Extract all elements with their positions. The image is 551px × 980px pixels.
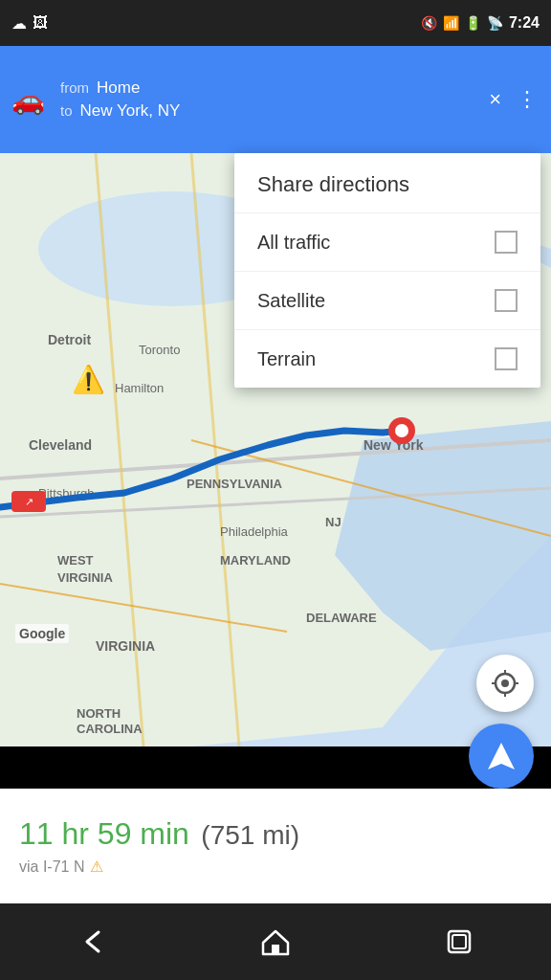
menu-title: Share directions: [234, 153, 540, 213]
all-traffic-label: All traffic: [257, 232, 330, 254]
svg-text:MARYLAND: MARYLAND: [220, 553, 291, 568]
to-label: to: [60, 102, 73, 119]
location-icon: [492, 670, 518, 697]
recents-icon: [445, 927, 474, 956]
terrain-item[interactable]: Terrain: [234, 330, 540, 388]
svg-marker-37: [488, 743, 515, 769]
svg-text:DELAWARE: DELAWARE: [306, 611, 377, 625]
satellite-item[interactable]: Satellite: [234, 272, 540, 330]
svg-text:Cleveland: Cleveland: [29, 437, 92, 453]
close-button[interactable]: ×: [489, 87, 501, 112]
status-bar: ☁ 🖼 🔇 📶 🔋 📡 7:24: [0, 0, 551, 46]
from-value: Home: [97, 78, 140, 98]
terrain-label: Terrain: [257, 348, 316, 370]
home-button[interactable]: [261, 927, 290, 956]
via-text: via I-71 N: [19, 858, 84, 876]
to-row: to New York, NY: [60, 101, 489, 121]
wifi-icon: 📶: [443, 15, 459, 31]
navigate-icon: [484, 739, 518, 773]
svg-text:CAROLINA: CAROLINA: [77, 722, 143, 736]
warning-icon: ⚠: [90, 858, 103, 876]
svg-text:New York: New York: [364, 437, 424, 453]
status-right-icons: 🔇 📶 🔋 📡 7:24: [421, 14, 540, 32]
dropdown-menu: Share directions All traffic Satellite T…: [234, 153, 540, 388]
svg-text:VIRGINIA: VIRGINIA: [57, 570, 113, 585]
svg-rect-39: [272, 945, 279, 954]
route-distance: (751 mi): [201, 820, 299, 850]
route-panel: 11 hr 59 min (751 mi) via I-71 N ⚠: [0, 789, 551, 903]
route-time: 11 hr 59 min: [19, 816, 189, 851]
from-row: from Home: [60, 78, 489, 98]
mute-icon: 🔇: [421, 15, 437, 31]
to-value: New York, NY: [80, 101, 181, 121]
image-icon: 🖼: [33, 14, 48, 32]
svg-text:VIRGINIA: VIRGINIA: [96, 638, 155, 654]
status-left-icons: ☁ 🖼: [11, 14, 48, 33]
svg-point-32: [501, 679, 509, 687]
all-traffic-checkbox[interactable]: [495, 231, 518, 254]
terrain-checkbox[interactable]: [495, 347, 518, 370]
google-logo: Google: [15, 624, 69, 643]
svg-text:Toronto: Toronto: [139, 343, 180, 357]
from-label: from: [60, 79, 89, 96]
back-icon: [77, 927, 106, 956]
construction-icon: ⚠️: [72, 364, 105, 395]
svg-text:PENNSYLVANIA: PENNSYLVANIA: [187, 477, 283, 491]
nav-actions: × ⋮: [489, 87, 540, 112]
battery-icon: 🔋: [465, 15, 481, 31]
svg-text:Detroit: Detroit: [48, 332, 91, 347]
upload-icon: ☁: [11, 14, 27, 33]
location-fab-button[interactable]: [476, 655, 534, 712]
navigation-fab-button[interactable]: [469, 724, 534, 789]
svg-text:WEST: WEST: [57, 553, 94, 568]
svg-text:NORTH: NORTH: [77, 706, 121, 721]
more-button[interactable]: ⋮: [517, 87, 540, 112]
recents-button[interactable]: [445, 927, 474, 956]
svg-rect-41: [452, 935, 466, 948]
status-time: 7:24: [509, 14, 540, 32]
all-traffic-item[interactable]: All traffic: [234, 213, 540, 272]
svg-text:Philadelphia: Philadelphia: [220, 524, 289, 539]
svg-text:NJ: NJ: [325, 515, 342, 529]
bottom-nav-bar: [0, 903, 551, 980]
satellite-checkbox[interactable]: [495, 289, 518, 312]
nav-inputs: from Home to New York, NY: [60, 78, 489, 121]
nav-bar: 🚗 from Home to New York, NY × ⋮: [0, 46, 551, 153]
svg-text:Pittsburgh: Pittsburgh: [38, 486, 95, 501]
car-icon: 🚗: [11, 84, 45, 116]
home-icon: [261, 927, 290, 956]
back-button[interactable]: [77, 927, 106, 956]
route-via: via I-71 N ⚠: [19, 858, 532, 876]
svg-text:Hamilton: Hamilton: [115, 381, 164, 395]
signal-icon: 📡: [487, 15, 503, 31]
satellite-label: Satellite: [257, 290, 325, 312]
route-summary: 11 hr 59 min (751 mi): [19, 816, 532, 852]
